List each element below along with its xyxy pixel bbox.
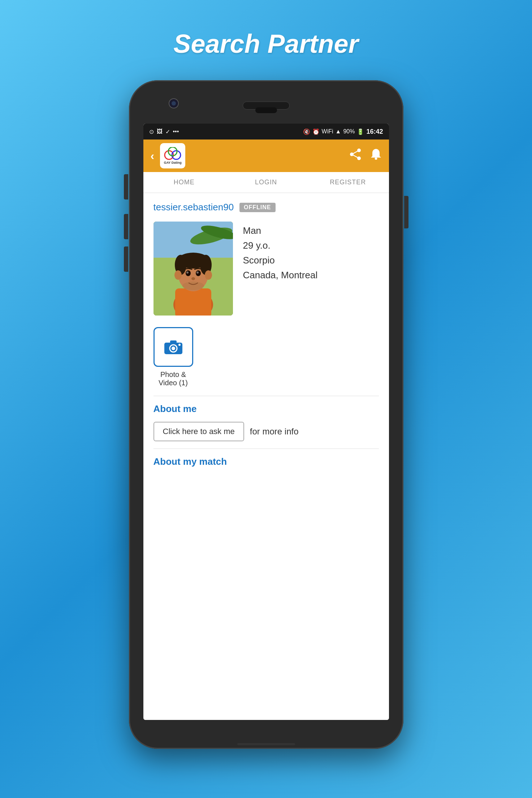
for-more-info-text: for more info [250,426,299,437]
nav-tabs: HOME LOGIN REGISTER [143,172,389,193]
ask-me-button[interactable]: Click here to ask me [153,422,244,441]
svg-point-30 [191,277,195,280]
media-thumbnail[interactable] [153,327,193,367]
logo-svg [163,147,182,161]
tab-home[interactable]: HOME [143,172,225,193]
phone-shell: ⊙ 🖼 ✓ ••• 🔇 ⏰ WiFi ▲ 90% 🔋 16:42 ‹ [129,80,403,749]
location: Canada, Montreal [243,270,318,281]
profile-info: Man 29 y.o. Scorpio Canada, Montreal [153,222,379,316]
wifi-icon: WiFi [322,128,333,135]
divider-2 [153,449,379,449]
username-row: tessier.sebastien90 OFFLINE [153,202,379,213]
header-left: ‹ GAY Dating [151,143,186,168]
logo-text: GAY Dating [164,161,182,164]
media-section: Photo &Video (1) [153,327,379,387]
online-status-badge: OFFLINE [239,203,275,212]
earpiece [255,107,277,113]
status-icon-3: ✓ [165,128,170,135]
battery-icon: 🔋 [357,128,364,135]
svg-point-36 [178,344,181,346]
profile-photo-svg [153,222,233,316]
page-title: Search Partner [173,29,358,59]
front-camera-icon [169,98,179,108]
about-match-section: About my match [153,456,379,467]
status-bar-left: ⊙ 🖼 ✓ ••• [149,128,179,135]
share-icon[interactable] [349,148,362,163]
status-bar-right: 🔇 ⏰ WiFi ▲ 90% 🔋 16:42 [303,128,383,136]
status-icon-2: 🖼 [157,128,163,135]
svg-point-25 [205,270,212,280]
about-match-title: About my match [153,456,379,467]
svg-line-6 [352,150,359,154]
camera-icon [164,339,183,355]
back-button[interactable]: ‹ [151,149,155,163]
gender: Man [243,225,318,236]
svg-point-31 [182,282,204,290]
battery-text: 90% [343,128,355,135]
profile-content: tessier.sebastien90 OFFLINE [143,193,389,720]
svg-rect-18 [175,288,211,316]
svg-rect-35 [170,340,177,343]
status-time: 16:42 [366,128,383,136]
status-icon-4: ••• [173,128,179,135]
mute-icon: 🔇 [303,128,310,135]
status-bar: ⊙ 🖼 ✓ ••• 🔇 ⏰ WiFi ▲ 90% 🔋 16:42 [143,124,389,140]
alarm-icon: ⏰ [312,128,320,135]
svg-point-2 [168,147,177,156]
zodiac: Scorpio [243,255,318,266]
tab-register[interactable]: REGISTER [307,172,389,193]
about-me-title: About me [153,403,379,415]
profile-photo [153,222,233,316]
signal-icon: ▲ [336,128,341,135]
username: tessier.sebastien90 [153,202,234,213]
app-logo: GAY Dating [160,143,185,168]
svg-point-8 [375,158,377,160]
status-icon-1: ⊙ [149,128,154,135]
profile-details: Man 29 y.o. Scorpio Canada, Montreal [243,222,318,316]
ask-me-row: Click here to ask me for more info [153,422,379,441]
media-label: Photo &Video (1) [153,370,193,387]
svg-point-29 [196,271,199,274]
svg-point-24 [174,270,182,280]
phone-screen: ⊙ 🖼 ✓ ••• 🔇 ⏰ WiFi ▲ 90% 🔋 16:42 ‹ [143,124,389,720]
header-right [349,148,382,163]
home-indicator [237,743,295,745]
svg-point-34 [172,347,175,350]
tab-login[interactable]: LOGIN [225,172,307,193]
svg-line-7 [352,154,359,158]
about-me-section: About me Click here to ask me for more i… [153,403,379,441]
phone-top [129,87,403,124]
age: 29 y.o. [243,240,318,251]
notification-bell-icon[interactable] [370,148,382,163]
svg-point-28 [186,271,189,274]
divider-1 [153,396,379,396]
app-header: ‹ GAY Dating [143,140,389,172]
